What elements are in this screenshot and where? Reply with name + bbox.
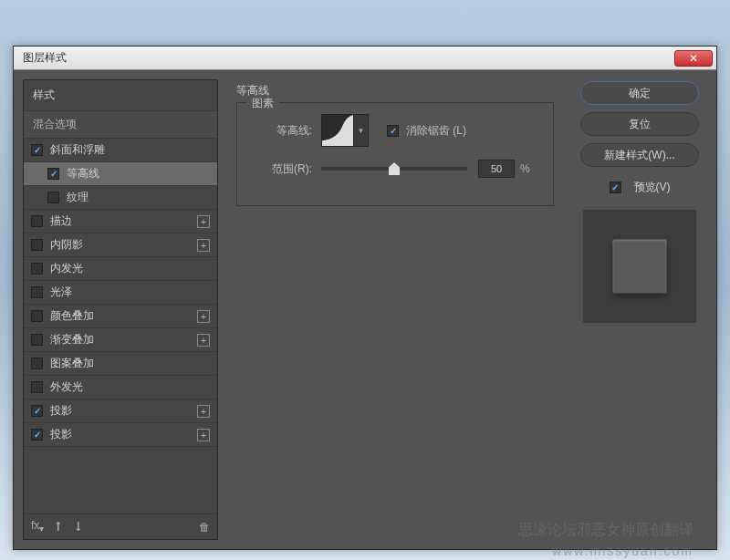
fx-icon[interactable]: fx▾ xyxy=(31,519,44,534)
style-item[interactable]: 内阴影+ xyxy=(24,233,217,257)
blending-options[interactable]: 混合选项 xyxy=(24,111,217,139)
dialog-content: 样式 混合选项 斜面和浮雕等高线纹理描边+内阴影+内发光光泽颜色叠加+渐变叠加+… xyxy=(14,70,716,549)
style-label: 纹理 xyxy=(67,190,89,205)
preview-toggle[interactable]: 预览(V) xyxy=(610,180,671,195)
style-item[interactable]: 内发光 xyxy=(24,257,217,281)
style-label: 渐变叠加 xyxy=(50,332,94,347)
contour-dropdown-arrow[interactable]: ▼ xyxy=(354,114,369,147)
close-button[interactable]: ✕ xyxy=(674,50,713,67)
preview-label: 预览(V) xyxy=(634,180,671,195)
range-row: 范围(R): % xyxy=(250,160,540,178)
add-effect-icon[interactable]: + xyxy=(197,239,210,252)
style-label: 内发光 xyxy=(50,261,83,276)
style-label: 图案叠加 xyxy=(50,356,94,371)
add-effect-icon[interactable]: + xyxy=(197,215,210,228)
style-checkbox[interactable] xyxy=(31,358,43,369)
trash-icon[interactable]: 🗑 xyxy=(199,521,210,534)
style-item[interactable]: 投影+ xyxy=(24,423,217,447)
range-slider[interactable] xyxy=(321,167,467,171)
style-checkbox[interactable] xyxy=(31,429,43,441)
close-icon: ✕ xyxy=(689,52,698,65)
styles-list-panel: 样式 混合选项 斜面和浮雕等高线纹理描边+内阴影+内发光光泽颜色叠加+渐变叠加+… xyxy=(23,79,218,540)
style-checkbox[interactable] xyxy=(31,381,43,393)
style-label: 投影 xyxy=(50,427,72,442)
style-checkbox[interactable] xyxy=(31,286,43,298)
add-effect-icon[interactable]: + xyxy=(197,334,210,347)
style-label: 等高线 xyxy=(67,166,99,181)
contour-curve-icon xyxy=(322,115,353,146)
style-checkbox[interactable] xyxy=(31,215,43,227)
add-effect-icon[interactable]: + xyxy=(197,429,210,441)
style-label: 内阴影 xyxy=(50,237,83,253)
style-checkbox[interactable] xyxy=(31,144,43,156)
add-effect-icon[interactable]: + xyxy=(197,310,210,323)
style-checkbox[interactable] xyxy=(31,263,43,275)
titlebar[interactable]: 图层样式 ✕ xyxy=(14,47,716,70)
styles-footer: fx▾ 🠕 🠗 🗑 xyxy=(24,513,217,539)
preview-box xyxy=(583,210,696,323)
elements-fieldset: 图素 等高线: ▼ 消除锯齿 (L) 范围(R): xyxy=(236,102,554,206)
window-title: 图层样式 xyxy=(23,50,67,66)
contour-row: 等高线: ▼ 消除锯齿 (L) xyxy=(250,114,540,147)
right-panel: 确定 复位 新建样式(W)... 预览(V) xyxy=(572,79,707,540)
style-checkbox[interactable] xyxy=(31,405,43,417)
style-item[interactable]: 等高线 xyxy=(24,162,217,186)
fieldset-legend: 图素 xyxy=(246,96,279,111)
add-effect-icon[interactable]: + xyxy=(197,405,210,418)
style-label: 斜面和浮雕 xyxy=(50,142,105,158)
chevron-down-icon: ▼ xyxy=(358,127,365,135)
cancel-button[interactable]: 复位 xyxy=(580,112,699,136)
style-item[interactable]: 外发光 xyxy=(24,376,217,399)
range-slider-thumb[interactable] xyxy=(389,162,400,175)
style-item[interactable]: 纹理 xyxy=(24,186,217,210)
style-checkbox[interactable] xyxy=(31,310,43,322)
contour-picker[interactable] xyxy=(321,114,354,147)
move-down-icon[interactable]: 🠗 xyxy=(73,521,84,534)
settings-panel: 等高线 图素 等高线: ▼ 消除锯齿 (L) xyxy=(227,79,563,540)
style-checkbox[interactable] xyxy=(31,334,43,346)
contour-label: 等高线: xyxy=(250,123,312,139)
style-item[interactable]: 描边+ xyxy=(24,210,217,233)
settings-title: 等高线 xyxy=(236,83,554,99)
range-unit: % xyxy=(520,162,530,175)
style-checkbox[interactable] xyxy=(47,192,59,203)
style-label: 投影 xyxy=(50,403,72,419)
range-label: 范围(R): xyxy=(250,161,312,177)
styles-header: 样式 xyxy=(24,80,217,111)
style-item[interactable]: 图案叠加 xyxy=(24,352,217,376)
antialias-checkbox[interactable] xyxy=(387,125,399,137)
style-item[interactable]: 光泽 xyxy=(24,281,217,305)
style-item[interactable]: 颜色叠加+ xyxy=(24,305,217,328)
style-label: 光泽 xyxy=(50,285,72,300)
style-item[interactable]: 渐变叠加+ xyxy=(24,328,217,352)
layer-style-dialog: 图层样式 ✕ 样式 混合选项 斜面和浮雕等高线纹理描边+内阴影+内发光光泽颜色叠… xyxy=(13,46,717,550)
style-checkbox[interactable] xyxy=(47,168,59,180)
range-input[interactable] xyxy=(478,160,515,178)
style-label: 颜色叠加 xyxy=(50,308,94,324)
style-item[interactable]: 投影+ xyxy=(24,399,217,423)
style-checkbox[interactable] xyxy=(31,239,43,251)
style-label: 描边 xyxy=(50,213,72,229)
style-item[interactable]: 斜面和浮雕 xyxy=(24,139,217,162)
style-label: 外发光 xyxy=(50,379,83,395)
preview-swatch xyxy=(613,240,666,293)
preview-checkbox[interactable] xyxy=(610,181,621,193)
new-style-button[interactable]: 新建样式(W)... xyxy=(580,143,699,167)
antialias-label: 消除锯齿 (L) xyxy=(406,123,466,139)
move-up-icon[interactable]: 🠕 xyxy=(53,521,64,534)
ok-button[interactable]: 确定 xyxy=(580,81,699,105)
